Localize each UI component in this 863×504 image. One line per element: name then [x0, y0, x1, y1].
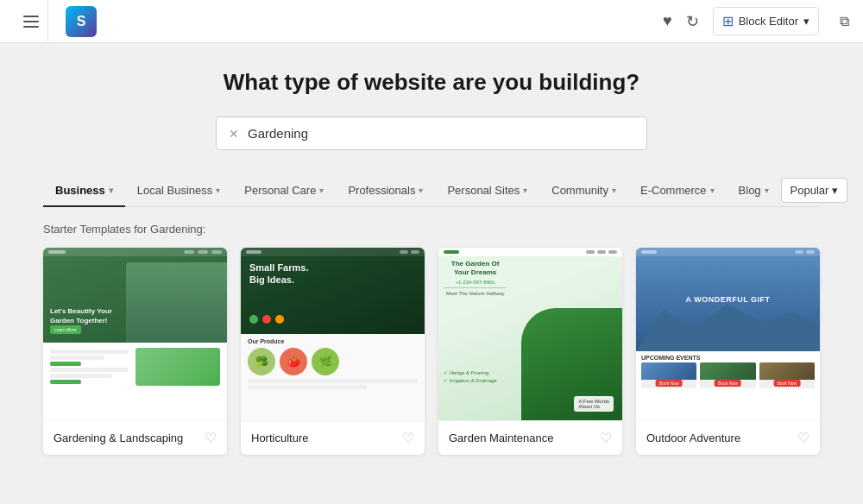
topbar: S ♥ ↻ ⊞ Block Editor ▾ ⧉	[0, 0, 863, 43]
favorites-icon[interactable]: ♥	[663, 12, 672, 30]
tab-personal-care[interactable]: Personal Care ▾	[232, 175, 336, 207]
card-footer-horticulture: Horticulture ♡	[241, 420, 425, 455]
template-card-garden-maintenance[interactable]: The Garden OfYour Dreams +1-234-567-8901…	[438, 248, 622, 455]
search-bar: ✕	[216, 117, 647, 150]
oa-events-label: UPCOMING EVENTS	[641, 355, 815, 361]
event-item-2: Book Now	[700, 362, 755, 388]
event-item-3: Book Now	[759, 362, 815, 388]
svg-rect-1	[23, 21, 39, 22]
search-input[interactable]	[248, 126, 634, 141]
chevron-down-icon: ▾	[765, 186, 769, 195]
chevron-down-icon: ▾	[612, 186, 616, 195]
sidebar-toggle-button[interactable]	[14, 0, 48, 43]
chevron-down-icon: ▾	[419, 186, 423, 195]
chevron-down-icon: ▾	[832, 184, 838, 197]
svg-rect-0	[23, 16, 39, 17]
refresh-icon[interactable]: ↻	[686, 12, 699, 31]
sort-dropdown[interactable]: Popular ▾	[781, 178, 848, 203]
tab-community-label: Community	[551, 184, 608, 197]
page-title: What type of website are you building?	[43, 69, 820, 96]
template-card-horticulture[interactable]: Small Farms.Big Ideas. Our Produce 🥦 🍅	[241, 248, 425, 455]
logo[interactable]: S	[66, 6, 97, 37]
oa-hero-text: A WONDERFUL GIFT	[686, 295, 771, 304]
tab-local-business-label: Local Business	[137, 184, 212, 197]
tab-community[interactable]: Community ▾	[539, 175, 628, 207]
tab-e-commerce-label: E-Commerce	[640, 184, 707, 197]
search-clear-icon[interactable]: ✕	[229, 127, 239, 141]
main-content: What type of website are you building? ✕…	[0, 43, 863, 504]
favorite-button-horticulture[interactable]: ♡	[402, 430, 414, 446]
topbar-left: S	[14, 0, 97, 43]
template-card-outdoor-adventure[interactable]: A WONDERFUL GIFT UPCOMING EVENTS Book No…	[636, 248, 820, 455]
block-editor-label: Block Editor	[739, 15, 798, 28]
chevron-down-icon: ▾	[523, 186, 527, 195]
tabs-list: Business ▾ Local Business ▾ Personal Car…	[43, 174, 781, 206]
chevron-down-icon: ▾	[803, 15, 809, 28]
wordpress-icon: ⊞	[722, 13, 734, 29]
tab-local-business[interactable]: Local Business ▾	[125, 175, 232, 207]
card-footer-gardening: Gardening & Landscaping ♡	[43, 420, 227, 455]
gm-card-inner: The Garden OfYour Dreams +1-234-567-8901…	[438, 248, 622, 420]
card-preview-garden-maintenance: The Garden OfYour Dreams +1-234-567-8901…	[438, 248, 622, 420]
category-tabs: Business ▾ Local Business ▾ Personal Car…	[43, 174, 820, 207]
event-btn-3: Book Now	[773, 380, 800, 387]
oa-bottom: UPCOMING EVENTS Book Now Book Now	[636, 351, 820, 420]
template-name-garden-maintenance: Garden Maintenance	[449, 432, 553, 444]
chevron-down-icon: ▾	[216, 186, 220, 195]
tab-blog-label: Blog	[739, 184, 761, 197]
oa-hero: A WONDERFUL GIFT	[636, 248, 820, 351]
oa-event-items: Book Now Book Now Book Now	[641, 362, 815, 388]
favorite-button-outdoor-adventure[interactable]: ♡	[797, 430, 809, 446]
results-label: Starter Templates for Gardening:	[43, 223, 820, 236]
event-btn-1: Book Now	[656, 380, 683, 387]
chevron-down-icon: ▾	[710, 186, 715, 195]
template-name-gardening: Gardening & Landscaping	[54, 432, 183, 444]
sort-label: Popular	[791, 184, 829, 197]
event-btn-2: Book Now	[715, 380, 741, 387]
card-preview-outdoor: A WONDERFUL GIFT UPCOMING EVENTS Book No…	[636, 248, 820, 420]
tab-personal-sites-label: Personal Sites	[447, 184, 520, 197]
tab-blog[interactable]: Blog ▾	[727, 175, 781, 207]
event-item-1: Book Now	[641, 362, 696, 388]
mountain-bg	[636, 299, 820, 351]
template-name-horticulture: Horticulture	[251, 432, 308, 444]
oa-card-inner: A WONDERFUL GIFT UPCOMING EVENTS Book No…	[636, 248, 820, 420]
tab-personal-sites[interactable]: Personal Sites ▾	[435, 175, 539, 207]
chevron-down-icon: ▾	[319, 186, 324, 195]
tab-business[interactable]: Business ▾	[43, 175, 125, 207]
card-preview-gardening: Let's Beautify YourGarden Together! Lear…	[43, 248, 227, 420]
tab-personal-care-label: Personal Care	[244, 184, 316, 197]
logo-letter: S	[77, 14, 86, 29]
card-footer-garden-maintenance: Garden Maintenance ♡	[438, 420, 622, 455]
block-editor-button[interactable]: ⊞ Block Editor ▾	[713, 7, 819, 35]
tab-e-commerce[interactable]: E-Commerce ▾	[628, 175, 727, 207]
tab-professionals-label: Professionals	[348, 184, 415, 197]
template-name-outdoor-adventure: Outdoor Adventure	[646, 432, 740, 444]
svg-rect-2	[23, 26, 39, 28]
favorite-button-gardening[interactable]: ♡	[205, 430, 217, 446]
chevron-down-icon: ▾	[109, 186, 113, 195]
template-card-gardening-landscaping[interactable]: Let's Beautify YourGarden Together! Lear…	[43, 248, 227, 455]
gm-about-box: A Few WordsAbout Us	[574, 396, 614, 412]
card-preview-horticulture: Small Farms.Big Ideas. Our Produce 🥦 🍅	[241, 248, 425, 420]
topbar-right: ♥ ↻ ⊞ Block Editor ▾ ⧉	[663, 7, 849, 35]
card-footer-outdoor-adventure: Outdoor Adventure ♡	[636, 420, 820, 455]
tab-professionals[interactable]: Professionals ▾	[336, 175, 435, 207]
template-grid: Let's Beautify YourGarden Together! Lear…	[43, 248, 820, 455]
favorite-button-garden-maintenance[interactable]: ♡	[600, 430, 612, 446]
tab-business-label: Business	[55, 184, 105, 197]
external-link-icon[interactable]: ⧉	[840, 14, 849, 29]
